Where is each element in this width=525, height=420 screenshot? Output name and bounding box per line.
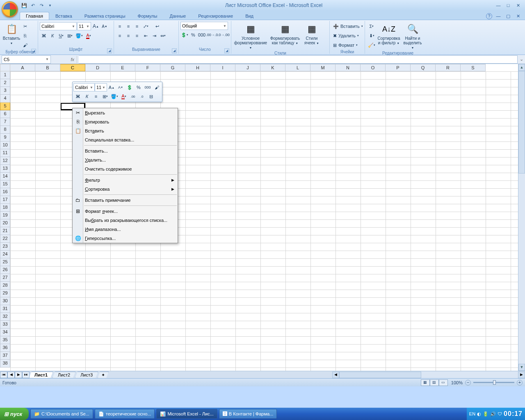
underline-button[interactable]: Ч▾ xyxy=(57,31,65,40)
column-header[interactable]: L xyxy=(285,64,310,71)
zoom-level[interactable]: 100% xyxy=(451,380,463,385)
column-header[interactable]: M xyxy=(310,64,336,71)
alignment-dialog-launcher[interactable]: ◢ xyxy=(172,48,177,53)
row-header[interactable]: 2 xyxy=(0,79,10,87)
find-select-button[interactable]: 🔍Найти и выделить ▼ xyxy=(401,22,424,51)
column-header[interactable]: C xyxy=(60,64,85,71)
mini-comma-icon[interactable]: 000 xyxy=(143,83,152,92)
mini-increase-decimal-icon[interactable]: .00 xyxy=(128,92,137,101)
maximize-button[interactable]: □ xyxy=(504,2,513,9)
format-cells-button[interactable]: ⊞Формат▾ xyxy=(331,41,363,50)
tab-insert[interactable]: Вставка xyxy=(49,12,78,20)
context-menu-item[interactable]: ⎘Копировать xyxy=(73,117,178,126)
conditional-formatting-button[interactable]: ▦Условное форматирование ▼ xyxy=(233,22,268,51)
row-header[interactable]: 31 xyxy=(0,305,10,313)
format-as-table-button[interactable]: ▦Форматировать как таблицу ▼ xyxy=(269,22,301,46)
italic-button[interactable]: К xyxy=(48,31,57,40)
ribbon-minimize-button[interactable]: — xyxy=(495,12,502,20)
column-header[interactable]: G xyxy=(160,64,185,71)
row-header[interactable]: 12 xyxy=(0,157,10,165)
grow-font-icon[interactable]: A▲ xyxy=(91,22,100,31)
row-header[interactable]: 33 xyxy=(0,321,10,329)
row-header[interactable]: 32 xyxy=(0,313,10,321)
row-header[interactable]: 1 xyxy=(0,71,10,79)
row-header[interactable]: 35 xyxy=(0,336,10,344)
row-header[interactable]: 26 xyxy=(0,266,10,274)
context-menu-item[interactable]: ✂Вырезать xyxy=(73,108,178,117)
border-button[interactable]: ⊞▾ xyxy=(66,31,74,40)
context-menu-item[interactable]: Сортировка▶ xyxy=(73,185,178,194)
row-header[interactable]: 8 xyxy=(0,126,10,134)
wrap-text-icon[interactable]: ↩ xyxy=(153,22,161,31)
tab-data[interactable]: Данные xyxy=(163,12,192,20)
new-sheet-button[interactable]: ✦ xyxy=(98,372,109,378)
sheet-nav-next-icon[interactable]: ▶ xyxy=(15,372,22,378)
context-menu-item[interactable]: 📋Вставить xyxy=(73,126,178,135)
taskbar-item[interactable]: 📁C:\Documents and Se... xyxy=(30,409,93,419)
column-header[interactable]: E xyxy=(110,64,135,71)
align-center-icon[interactable]: ≡ xyxy=(124,31,132,40)
font-color-button[interactable]: A▾ xyxy=(84,31,93,40)
column-header[interactable]: S xyxy=(461,64,486,71)
mini-fill-icon[interactable]: 🪣▾ xyxy=(110,92,119,101)
row-header[interactable]: 9 xyxy=(0,134,10,142)
bold-button[interactable]: Ж xyxy=(40,31,48,40)
shrink-font-icon[interactable]: A▼ xyxy=(100,22,109,31)
mini-border-icon[interactable]: ⊞▾ xyxy=(100,92,110,101)
row-header[interactable]: 27 xyxy=(0,274,10,282)
fill-color-button[interactable]: 🪣▾ xyxy=(74,31,84,40)
column-header[interactable]: B xyxy=(35,64,60,71)
fill-icon[interactable]: ⬇▾ xyxy=(367,31,377,40)
row-header[interactable]: 20 xyxy=(0,219,10,227)
row-header[interactable]: 4 xyxy=(0,95,10,103)
column-header[interactable]: A xyxy=(10,64,35,71)
sheet-nav-last-icon[interactable]: ⏭ xyxy=(22,372,30,378)
mini-grow-font-icon[interactable]: A▲ xyxy=(107,83,116,92)
row-header[interactable]: 13 xyxy=(0,165,10,173)
start-button[interactable]: ⊞пуск xyxy=(0,408,29,420)
qat-customize-icon[interactable]: ▼ xyxy=(46,2,54,9)
qat-save-icon[interactable]: 💾 xyxy=(21,2,28,9)
sheet-tab[interactable]: Лист1 xyxy=(29,372,53,378)
insert-cells-button[interactable]: ➕Вставить▾ xyxy=(331,22,363,31)
mini-accounting-icon[interactable]: 💲 xyxy=(125,83,134,92)
mini-italic-icon[interactable]: К xyxy=(82,92,91,101)
minimize-button[interactable]: — xyxy=(494,2,503,9)
sheet-tab[interactable]: Лист3 xyxy=(75,372,98,378)
column-header[interactable]: P xyxy=(386,64,411,71)
fx-icon[interactable]: fx xyxy=(68,57,77,62)
context-menu-item[interactable]: 🌐Гиперссылка... xyxy=(73,234,178,243)
number-format-combo[interactable]: Общий▼ xyxy=(180,22,228,30)
row-header[interactable]: 17 xyxy=(0,196,10,204)
mini-bold-icon[interactable]: Ж xyxy=(73,92,82,101)
mini-font-combo[interactable]: Calibri▼ xyxy=(73,83,95,91)
row-header[interactable]: 5 xyxy=(0,103,10,110)
row-header[interactable]: 18 xyxy=(0,204,10,212)
vertical-scrollbar[interactable]: ▲▼ xyxy=(518,64,525,371)
context-menu-item[interactable]: ⊞Формат ячеек... xyxy=(73,207,178,216)
format-painter-icon[interactable]: 🖌 xyxy=(21,41,29,50)
column-header[interactable]: I xyxy=(210,64,235,71)
taskbar-item[interactable]: 🅾В Контакте | Фарма... xyxy=(219,409,277,419)
taskbar-item[interactable]: 📄теоретические осно... xyxy=(95,409,155,419)
context-menu-item[interactable]: 🗀Вставить примечание xyxy=(73,196,178,205)
row-header[interactable]: 29 xyxy=(0,290,10,297)
clear-icon[interactable]: 🧹▾ xyxy=(367,41,377,50)
name-box[interactable]: C5▼ xyxy=(2,55,51,64)
taskbar-item[interactable]: 📊Microsoft Excel - Лис... xyxy=(156,409,217,419)
font-size-combo[interactable]: 11▼ xyxy=(77,22,91,30)
mini-format-painter-icon[interactable]: 🖌 xyxy=(152,83,161,92)
decrease-decimal-icon[interactable]: .0→.00 xyxy=(218,30,230,39)
row-header[interactable]: 16 xyxy=(0,188,10,196)
close-button[interactable]: ✕ xyxy=(514,2,523,9)
align-top-icon[interactable]: ≡ xyxy=(116,22,124,31)
column-header[interactable]: R xyxy=(436,64,461,71)
clipboard-dialog-launcher[interactable]: ◢ xyxy=(31,49,36,54)
ribbon-close-button[interactable]: ✕ xyxy=(514,12,522,20)
sheet-tab[interactable]: Лист2 xyxy=(52,372,75,378)
merge-center-icon[interactable]: ⇔▾ xyxy=(159,31,167,40)
column-header[interactable]: O xyxy=(361,64,386,71)
view-normal-icon[interactable]: ▦ xyxy=(421,379,430,386)
view-page-break-icon[interactable]: ▭ xyxy=(439,379,448,386)
ribbon-restore-button[interactable]: ▢ xyxy=(504,12,512,20)
